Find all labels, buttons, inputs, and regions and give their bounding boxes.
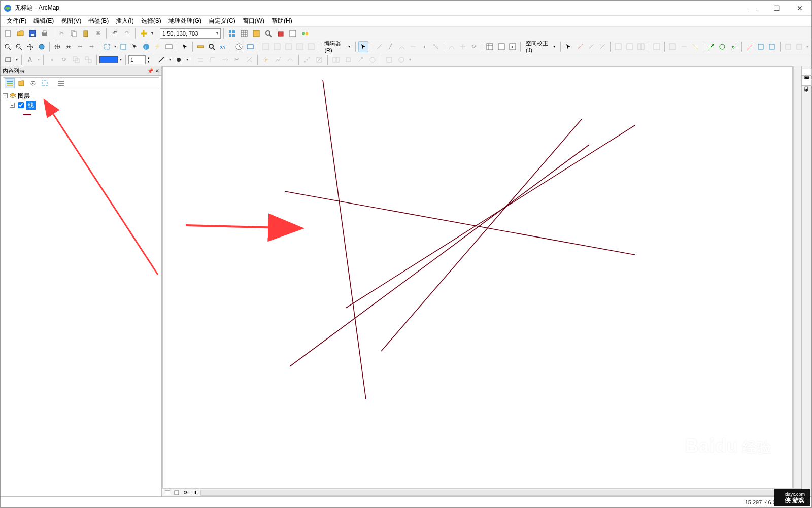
menu-insert[interactable]: 插入(I) — [113, 16, 137, 26]
toc-close-icon[interactable]: ✕ — [155, 68, 159, 74]
construct-geodetic-icon[interactable] — [367, 54, 378, 65]
vertical-scrollbar[interactable] — [793, 66, 801, 488]
menu-bookmarks[interactable]: 书签(B) — [85, 16, 112, 26]
minimize-button[interactable]: — — [741, 1, 765, 15]
pan-icon[interactable] — [25, 41, 36, 52]
arc-segment-icon[interactable] — [397, 41, 407, 52]
editor-toolbar-icon[interactable] — [226, 28, 238, 39]
draw-rectangle-icon[interactable] — [3, 54, 14, 65]
find-icon[interactable] — [207, 41, 217, 52]
route-edit-6-icon[interactable] — [767, 41, 777, 52]
menu-file[interactable]: 文件(F) — [4, 16, 29, 26]
toc-pin-icon[interactable]: 📌 — [147, 68, 153, 74]
catalog-icon[interactable] — [251, 28, 262, 39]
align-edge-icon[interactable] — [330, 54, 342, 65]
cut-icon[interactable]: ✂ — [56, 28, 67, 39]
hyperlink-icon[interactable]: ⚡ — [152, 41, 162, 52]
edit-tool-icon[interactable] — [358, 41, 368, 52]
sketch-properties-icon[interactable] — [496, 41, 506, 52]
swipe-icon[interactable] — [306, 41, 316, 52]
select-elements-icon[interactable] — [130, 41, 140, 52]
time-slider-icon[interactable] — [234, 41, 244, 52]
menu-window[interactable]: 窗口(W) — [240, 16, 267, 26]
prev-extent-icon[interactable]: ⬅ — [75, 41, 85, 52]
overview-icon[interactable] — [261, 41, 271, 52]
menu-geoprocess[interactable]: 地理处理(G) — [165, 16, 205, 26]
menu-help[interactable]: 帮助(H) — [268, 16, 295, 26]
print-icon[interactable] — [39, 28, 50, 39]
table-icon[interactable] — [239, 28, 250, 39]
new-displacement-link-icon[interactable] — [575, 41, 585, 52]
scale-combo[interactable]: 1:50, 130, 703 ▾ — [160, 28, 221, 39]
measure-icon[interactable] — [195, 41, 206, 52]
align-to-shape-icon[interactable] — [343, 54, 354, 65]
extend-icon[interactable] — [219, 54, 230, 65]
trace-icon[interactable] — [408, 41, 418, 52]
html-popup-icon[interactable] — [163, 41, 174, 52]
marker-color-icon[interactable] — [173, 54, 184, 65]
toc-layer-checkbox[interactable] — [18, 102, 24, 108]
maximize-button[interactable]: ☐ — [765, 1, 788, 15]
construct-points-icon[interactable] — [301, 54, 313, 65]
line-color-icon[interactable] — [156, 54, 167, 65]
search-window-icon[interactable] — [263, 28, 274, 39]
line-intersect-icon[interactable] — [244, 54, 255, 65]
close-button[interactable]: ✕ — [788, 1, 811, 15]
menu-edit[interactable]: 编辑(E) — [30, 16, 57, 26]
edge-match-icon[interactable] — [636, 41, 646, 52]
planarize-icon[interactable] — [314, 54, 325, 65]
image-analysis-icon[interactable] — [295, 41, 305, 52]
route-edit-7-icon[interactable] — [783, 41, 793, 52]
clear-selection-icon[interactable] — [118, 41, 128, 52]
link-table-icon[interactable] — [613, 41, 623, 52]
rotate-icon[interactable]: ⟳ — [469, 41, 479, 52]
misc-tool-1-icon[interactable] — [384, 54, 395, 65]
save-icon[interactable] — [27, 28, 38, 39]
route-edit-4-icon[interactable] — [745, 41, 755, 52]
zoom-in-icon[interactable]: + — [3, 41, 13, 52]
menu-view[interactable]: 视图(V) — [58, 16, 84, 26]
delete-icon[interactable]: ✖ — [92, 28, 104, 39]
split-icon[interactable] — [458, 41, 468, 52]
misc-tool-2-icon[interactable] — [396, 54, 407, 65]
fill-color-picker[interactable]: ▾ — [99, 56, 123, 63]
rotate-draw-icon[interactable]: ⟳ — [58, 54, 70, 65]
marker-color-dropdown-icon[interactable]: ▾ — [185, 57, 189, 62]
ungroup-icon[interactable] — [83, 54, 94, 65]
georef-tool-2-icon[interactable] — [679, 41, 689, 52]
edit-annotation-icon[interactable] — [374, 41, 384, 52]
tab-create-features[interactable]: 创建要素 — [801, 69, 812, 76]
go-to-xy-icon[interactable]: XY — [218, 41, 228, 52]
arc-toolbox-icon[interactable] — [275, 28, 286, 39]
viewer-list-icon[interactable] — [284, 41, 294, 52]
route-edit-2-icon[interactable] — [717, 41, 727, 52]
generalize-icon[interactable] — [273, 54, 284, 65]
full-extent-icon[interactable] — [37, 41, 47, 52]
redo-icon[interactable]: ↷ — [121, 28, 132, 39]
text-tool-icon[interactable]: A — [24, 54, 36, 65]
refresh-view-icon[interactable]: ⟳ — [182, 489, 189, 496]
trim-icon[interactable]: ✂ — [231, 54, 243, 65]
explode-icon[interactable] — [260, 54, 272, 65]
text-dropdown-icon[interactable]: ▾ — [37, 57, 41, 62]
point-icon[interactable]: • — [419, 41, 429, 52]
data-view-icon[interactable] — [164, 489, 171, 496]
toc-group-row[interactable]: − 图层 — [3, 91, 159, 100]
magnifier-icon[interactable] — [272, 41, 282, 52]
toc-layer-collapse-icon[interactable]: − — [10, 103, 15, 108]
undo-icon[interactable]: ↶ — [109, 28, 120, 39]
toc-list-by-visibility-icon[interactable] — [28, 78, 38, 88]
line-width-stepper[interactable]: ▲▼ — [128, 55, 150, 64]
pause-drawing-icon[interactable]: ⏸ — [191, 489, 198, 496]
python-window-icon[interactable] — [287, 28, 298, 39]
view-link-table-icon[interactable] — [625, 41, 635, 52]
toc-group-collapse-icon[interactable]: − — [3, 93, 8, 98]
georef-tool-1-icon[interactable] — [667, 41, 678, 52]
next-extent-icon[interactable]: ➡ — [86, 41, 96, 52]
add-data-dropdown-icon[interactable]: ▾ — [150, 31, 154, 36]
draw-shape-dropdown-icon[interactable]: ▾ — [15, 57, 19, 62]
toc-list-by-selection-icon[interactable] — [40, 78, 50, 88]
straight-segment-icon[interactable]: ╱ — [385, 41, 395, 52]
toc-options-icon[interactable] — [56, 78, 66, 88]
select-features-icon[interactable] — [102, 41, 112, 52]
